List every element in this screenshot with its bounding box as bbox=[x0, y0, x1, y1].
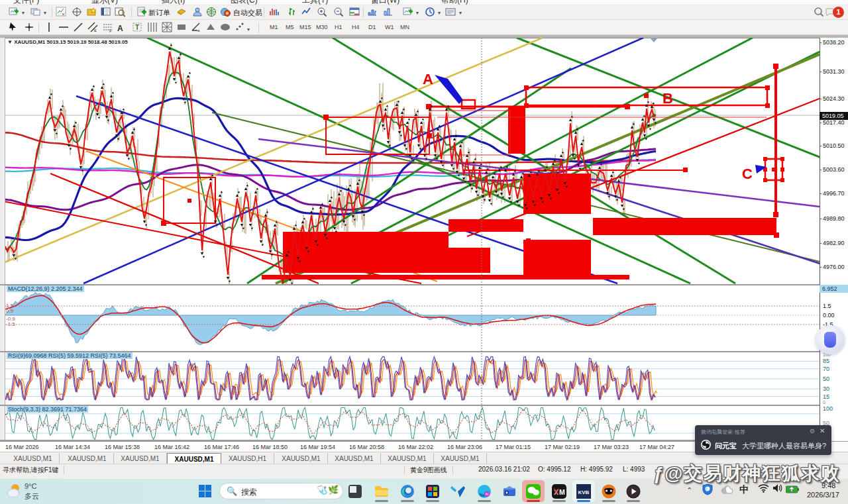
svg-text:C: C bbox=[742, 166, 753, 182]
svg-text:M: M bbox=[559, 488, 565, 496]
svg-text:B: B bbox=[662, 90, 673, 107]
svg-text:KVB: KVB bbox=[578, 489, 589, 495]
svg-text:A: A bbox=[423, 71, 433, 87]
svg-text:AI: AI bbox=[486, 492, 489, 496]
